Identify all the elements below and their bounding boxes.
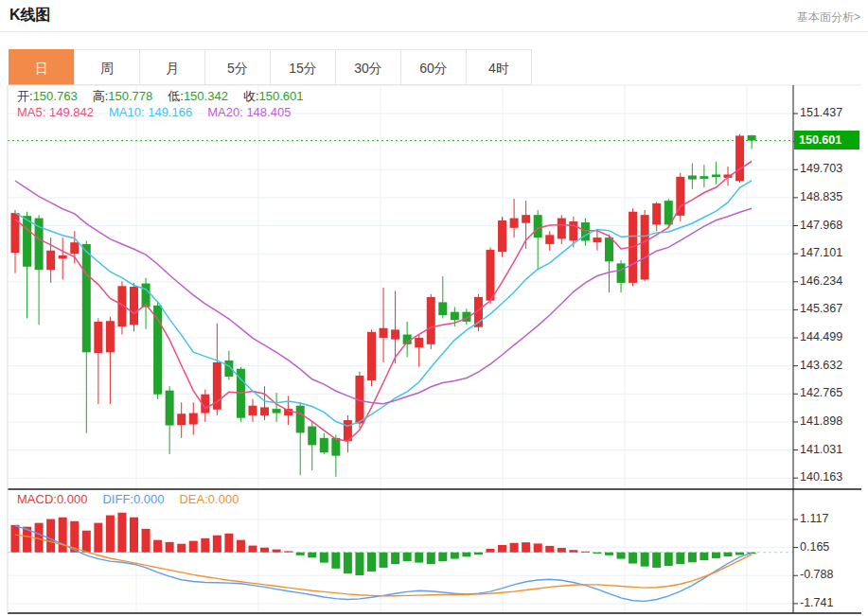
price-axis-label: 144.499 [800, 330, 842, 343]
high-readout: 高:150.778 [93, 88, 153, 105]
ma20-readout: MA20: 148.405 [207, 105, 291, 119]
price-axis-label: 146.234 [800, 274, 842, 288]
price-axis-label: 147.101 [800, 246, 842, 259]
price-axis-label: 141.031 [800, 443, 842, 456]
macd-axis-label: 1.117 [800, 512, 828, 525]
macd-axis-label: -0.788 [800, 568, 833, 581]
price-axis-label: 143.632 [800, 359, 842, 372]
close-readout: 收:150.601 [243, 88, 304, 105]
ma-readout: MA5: 149.842 MA10: 149.166 MA20: 148.405 [17, 105, 291, 119]
price-axis-label: 147.968 [800, 219, 842, 232]
diff-value: DIFF:0.000 [102, 492, 164, 506]
price-axis-label: 140.163 [800, 470, 842, 484]
macd-value: MACD:0.000 [17, 492, 87, 506]
price-axis-label: 149.703 [800, 162, 842, 175]
ohlc-readout: 开:150.763 高:150.778 低:150.342 收:150.601 [17, 88, 304, 105]
kline-page: K线图 基本面分析> 日周月5分15分30分60分4时 开:150.763 高:… [0, 0, 868, 616]
open-readout: 开:150.763 [17, 88, 78, 105]
price-axis-label: 151.437 [800, 106, 842, 119]
low-readout: 低:150.342 [168, 88, 228, 105]
ma10-readout: MA10: 149.166 [109, 105, 192, 119]
current-price-tag: 150.601 [794, 131, 859, 150]
macd-axis-label: -1.741 [800, 596, 833, 609]
price-axis-label: 145.367 [800, 302, 842, 315]
macd-readout: MACD:0.000 DIFF:0.000 DEA:0.000 [17, 492, 239, 506]
macd-axis-label: 0.165 [800, 540, 829, 554]
price-axis-label: 142.765 [800, 386, 842, 399]
price-axis-label: 148.835 [800, 190, 842, 203]
price-axis-label: 141.898 [800, 414, 842, 428]
ma5-readout: MA5: 149.842 [17, 105, 94, 119]
dea-value: DEA:0.000 [179, 492, 239, 506]
